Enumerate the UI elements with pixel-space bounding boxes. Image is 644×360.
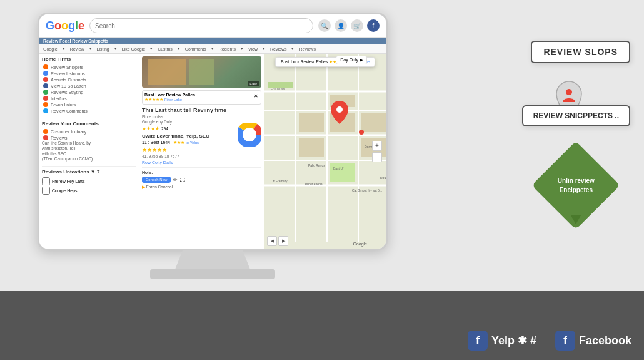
facebook-fb-icon: f: [555, 331, 575, 351]
search-icon[interactable]: 🔍: [318, 19, 331, 32]
panel-item-review-listonons[interactable]: Review Listonons: [42, 70, 136, 76]
contact-btn[interactable]: Conech Now: [142, 177, 171, 183]
yelp-logo-item: f Yelp ✱ #: [468, 331, 536, 351]
topbar-google[interactable]: Google: [43, 47, 58, 51]
monitor-container: Google 🔍 👤 🛒 f Review Focal Review Snipp…: [38, 13, 388, 275]
cart-icon[interactable]: 🛒: [351, 19, 363, 32]
person-icon[interactable]: 👤: [335, 19, 347, 32]
panel-item-view10[interactable]: View 10 So Latten: [42, 83, 136, 89]
topbar-recients[interactable]: Recients: [219, 47, 236, 51]
checkbox-frerew: Frerew Fey Latts: [42, 177, 136, 185]
review-popup-link[interactable]: Filter Lake: [164, 98, 182, 101]
map-btn-left[interactable]: ◀: [267, 236, 277, 246]
left-panel: Home Firms Review Snippets Review Liston…: [39, 54, 139, 249]
listing-address: Flure mntss: [142, 115, 261, 119]
svg-text:Palic Runds: Palic Runds: [308, 163, 325, 167]
topbar-review[interactable]: Review: [70, 47, 84, 51]
dot-orange2: [43, 102, 48, 107]
yelp-label: Yelp ✱ #: [491, 334, 536, 347]
search-input[interactable]: [89, 18, 313, 33]
monitor-frame: Google 🔍 👤 🛒 f Review Focal Review Snipp…: [38, 13, 388, 250]
review-slops-label: REVIEW SLOPS: [543, 47, 618, 57]
svg-text:Ca, Smont firy ast 5...: Ca, Smont firy ast 5...: [352, 188, 382, 192]
svg-point-37: [566, 89, 572, 95]
topbar-custms[interactable]: Custms: [158, 47, 173, 51]
panel-item-fevun[interactable]: Fevun I niuts: [42, 101, 136, 108]
review-popup-stars: ★★★★★ Filter Lake: [144, 97, 259, 102]
map-btn-right[interactable]: ▶: [278, 236, 288, 246]
review-comments-title: Review Your Comments: [42, 121, 136, 126]
stars-icon: ★★★★★: [144, 97, 163, 101]
svg-text:Liff Framary: Liff Framary: [271, 179, 288, 183]
rating-count: 294: [161, 126, 168, 131]
map-popup-text: Bust Locr Review Palles: [281, 59, 328, 64]
zoom-in-btn[interactable]: +: [372, 141, 382, 151]
expand-icon[interactable]: ⛶: [180, 177, 185, 183]
map-area: Frui Musts Bast Uf Dammex Stoureyes Pali…: [264, 54, 386, 249]
pie-chart: [238, 123, 261, 147]
panel-item-acounts[interactable]: Acounts Custmets: [42, 76, 136, 83]
day-only-text: Day Only ▶: [340, 58, 363, 63]
dot-twitter: [43, 108, 48, 113]
action-row: Conech Now ✏ ⛶: [142, 177, 261, 183]
listing-panel: Fast Bust Locr Review Palles ★★★★★ Filte…: [139, 54, 264, 249]
topbar-comments[interactable]: Comments: [185, 47, 206, 51]
to-yelp[interactable]: to Yelus: [186, 141, 199, 145]
panel-reviews-item[interactable]: Reviews: [42, 135, 136, 141]
row-link: Row Coity Dalls: [142, 160, 261, 165]
listing-photo: Fast: [142, 56, 261, 88]
photo-overlay: Fast: [248, 81, 259, 86]
topbar-listing[interactable]: Listing: [97, 47, 109, 51]
yelp-fb-icon: f: [468, 331, 488, 351]
dot-green: [43, 90, 48, 95]
triangle-icon: ▶: [142, 185, 145, 189]
notes-label: Noils:: [142, 170, 153, 175]
checkbox-frerew-input[interactable]: [42, 177, 50, 185]
reviews-unteations-title: Reviews Unteations ▼ 7: [42, 169, 136, 175]
map-listing: Fast Bust Locr Review Palles ★★★★★ Filte…: [139, 54, 386, 249]
close-popup-icon[interactable]: ✕: [254, 93, 258, 99]
main-content: Home Firms Review Snippets Review Liston…: [39, 54, 386, 249]
review-snippets-btn[interactable]: REVIEW SNICPPECTS ..: [522, 105, 630, 126]
checkbox-coogle: Coogle Heps: [42, 187, 136, 195]
topbar-view[interactable]: View: [248, 47, 258, 51]
checkbox-coogle-input[interactable]: [42, 187, 50, 195]
dot-red: [43, 77, 48, 82]
divider2: [42, 166, 136, 167]
panel-item-review-comments[interactable]: Review Comments: [42, 108, 136, 114]
topbar-like-google[interactable]: Like Google: [122, 47, 145, 51]
topbar-reviews2[interactable]: Reviews: [299, 47, 315, 51]
panel-item-review-snippets[interactable]: Review Snippets: [42, 64, 136, 70]
panel-item-reviews-stryting[interactable]: Reviews Stryting: [42, 89, 136, 95]
edit-icon[interactable]: ✏: [173, 177, 178, 183]
svg-rect-18: [361, 113, 386, 132]
panel-customer-inctuary[interactable]: Customer Inctuary: [42, 128, 136, 135]
topbar-reviews[interactable]: Reviews: [270, 47, 286, 51]
review-comment-text: Can line Soon to Heare, by Anth srosaton…: [42, 141, 136, 162]
five-stars: ★★★★★: [142, 147, 167, 153]
row-coity-link[interactable]: Row Coity Dalls: [142, 160, 173, 165]
stars-row2: ★★★★★: [142, 147, 261, 153]
review-slops-btn[interactable]: REVIEW SLOPS: [531, 41, 630, 63]
map-bottom-controls: ◀ ▶: [267, 236, 288, 246]
notes-row: Noils:: [142, 170, 261, 175]
right-content: Fast Bust Locr Review Palles ★★★★★ Filte…: [139, 54, 386, 249]
snippets-title: Review Focal Review Snippetts: [43, 39, 108, 43]
dot-red3: [43, 135, 48, 140]
zoom-out-btn[interactable]: −: [372, 152, 382, 162]
svg-text:Frui Musts: Frui Musts: [271, 87, 286, 91]
svg-text:Bast Uf: Bast Uf: [333, 167, 344, 170]
facebook-icon[interactable]: f: [367, 19, 380, 32]
google-icons: 🔍 👤 🛒 f: [318, 19, 380, 32]
content-topbar: Google ▾ Review ▾ Listing ▾ Like Google …: [39, 44, 386, 54]
building-facade2: [189, 59, 214, 85]
map-svg: Frui Musts Bast Uf Dammex Stoureyes Pali…: [264, 54, 386, 249]
dot-fb: [43, 83, 48, 88]
panel-item-interfurs[interactable]: Interfurs: [42, 95, 136, 101]
divider3: [142, 167, 261, 168]
facebook-label: Facebook: [579, 334, 631, 347]
google-logo: Google: [46, 19, 84, 33]
divider1: [42, 118, 136, 118]
panel-review-comments: Review Your Comments Customer Inctuary R…: [42, 121, 136, 162]
stars-display: ★★★★: [142, 126, 159, 131]
